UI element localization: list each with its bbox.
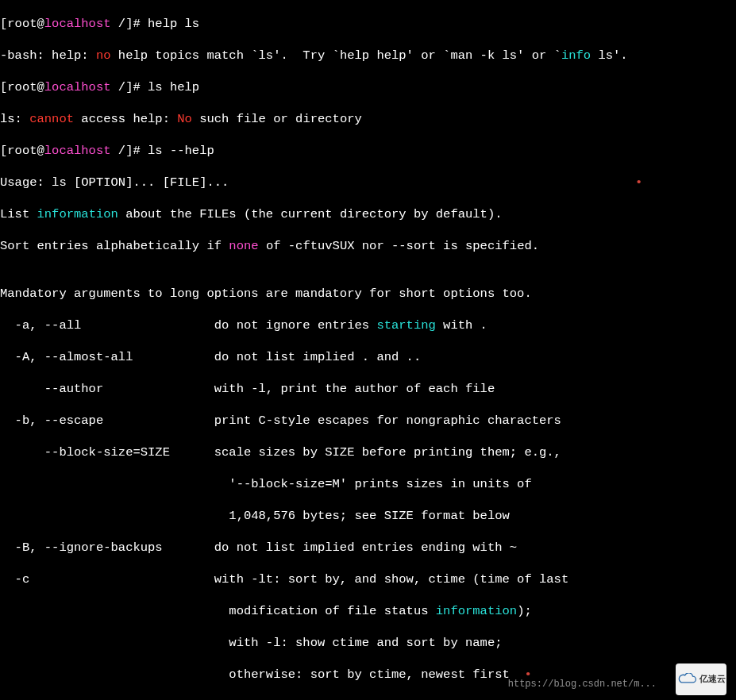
- bullet-icon: •: [635, 175, 642, 190]
- command-2: ls help: [148, 80, 199, 94]
- opt-c-2: modification of file status information)…: [0, 603, 736, 619]
- command-3: ls --help: [148, 144, 214, 158]
- command-1: help ls: [148, 17, 199, 31]
- output-help-no-match: -bash: help: no help topics match `ls'. …: [0, 48, 736, 63]
- opt-c-1: -c with -lt: sort by, and show, ctime (t…: [0, 571, 736, 587]
- output-ls-error: ls: cannot access help: No such file or …: [0, 111, 736, 127]
- hostname: localhost: [44, 144, 111, 158]
- usage-line: Usage: ls [OPTION]... [FILE]... •: [0, 175, 736, 190]
- desc-line-2: Sort entries alphabetically if none of -…: [0, 238, 736, 254]
- desc-line-1: List information about the FILEs (the cu…: [0, 206, 736, 222]
- opt-b: -b, --escape print C-style escapes for n…: [0, 413, 736, 429]
- watermark-brand: 亿速云: [699, 671, 726, 687]
- opt-block-2: '--block-size=M' prints sizes in units o…: [0, 476, 736, 492]
- opt-B: -B, --ignore-backups do not list implied…: [0, 540, 736, 556]
- prompt-line-1: [root@localhost /]# help ls: [0, 16, 736, 32]
- mandatory-line: Mandatory arguments to long options are …: [0, 286, 736, 302]
- opt-A: -A, --almost-all do not list implied . a…: [0, 349, 736, 365]
- opt-block-3: 1,048,576 bytes; see SIZE format below: [0, 508, 736, 524]
- terminal[interactable]: [root@localhost /]# help ls -bash: help:…: [0, 0, 736, 700]
- opt-author: --author with -l, print the author of ea…: [0, 381, 736, 397]
- prompt-line-2: [root@localhost /]# ls help: [0, 79, 736, 95]
- prompt-line-3: [root@localhost /]# ls --help: [0, 143, 736, 159]
- hostname: localhost: [44, 80, 111, 94]
- watermark-url: https://blog.csdn.net/m...: [508, 676, 657, 692]
- opt-c-3: with -l: show ctime and sort by name;: [0, 635, 736, 651]
- cloud-icon: [677, 673, 698, 686]
- opt-a: -a, --all do not ignore entries starting…: [0, 317, 736, 333]
- watermark-logo: 亿速云: [676, 663, 726, 695]
- opt-block-1: --block-size=SIZE scale sizes by SIZE be…: [0, 444, 736, 460]
- hostname: localhost: [44, 17, 111, 31]
